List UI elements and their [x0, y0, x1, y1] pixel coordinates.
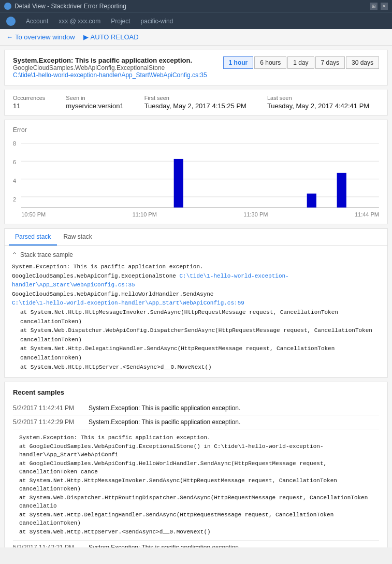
- recent-samples-title: Recent samples: [13, 388, 379, 396]
- back-link[interactable]: ← To overview window: [6, 33, 75, 41]
- list-item: 5/2/2017 11:42:41 PM System.Exception: T…: [13, 401, 379, 415]
- list-item: 5/2/2017 11:42:21 PM System.Exception: T…: [13, 541, 379, 547]
- account-email: xxx @ xxx.com: [59, 18, 100, 25]
- app-icon: [4, 3, 11, 10]
- tab-raw-stack[interactable]: Raw stack: [57, 229, 98, 245]
- trace-indent-2: at System.Web.Dispatcher.WebApiConfig.Di…: [12, 326, 380, 344]
- x-label-1050: 10:50 PM: [21, 211, 46, 218]
- last-seen-value: Tuesday, May 2, 2017 4:42:41 PM: [267, 102, 369, 110]
- stat-last-seen: Last seen Tuesday, May 2, 2017 4:42:41 P…: [267, 95, 369, 110]
- time-buttons: 1 hour 6 hours 1 day 7 days 30 days: [223, 56, 379, 69]
- stack-sample-label: Stack trace sample: [20, 251, 73, 258]
- seen-in-value: myservice:version1: [66, 102, 123, 110]
- trace-indent-1: at System.Net.Http.HttpMessageInvoker.Se…: [12, 308, 380, 326]
- time-btn-7days[interactable]: 7 days: [315, 56, 345, 69]
- sample-time: 5/2/2017 11:42:41 PM: [13, 404, 80, 412]
- chart-title: Error: [13, 126, 379, 134]
- x-label-1144: 11:44 PM: [355, 211, 379, 218]
- expanded-trace: System.Exception: This is pacific applic…: [13, 429, 379, 541]
- tab-parsed-stack[interactable]: Parsed stack: [9, 229, 57, 245]
- x-label-1110: 11:10 PM: [133, 211, 157, 218]
- trace-line-4: C:\tide\1-hello-world-exception-handler\…: [12, 299, 380, 308]
- x-label-1130: 11:30 PM: [243, 211, 268, 218]
- expanded-trace-line: at GoogleCloudSamples.WebApiConfig.Excep…: [19, 442, 373, 459]
- stack-trace: System.Exception: This is pacific applic…: [12, 263, 380, 372]
- time-btn-1hour[interactable]: 1 hour: [223, 56, 254, 69]
- pin-button[interactable]: ⊞: [370, 3, 378, 10]
- stack-tabs: Parsed stack Raw stack: [5, 229, 387, 246]
- nav-bar: ← To overview window ▶ AUTO RELOAD: [0, 29, 392, 46]
- expanded-trace-line: at System.Web.Http.HttpServer.<SendAsync…: [19, 528, 373, 537]
- time-btn-1day[interactable]: 1 day: [287, 56, 314, 69]
- occurrences-label: Occurrences: [13, 95, 45, 101]
- y-label-6: 6: [13, 159, 16, 165]
- trace-line-3: GoogleCloudSamples.WebApiConfig.HelloWor…: [12, 290, 380, 299]
- sample-message: System.Exception: This is pacific applic…: [89, 404, 240, 412]
- project-name: pacific-wind: [141, 18, 173, 25]
- trace-indent-4: at System.Web.Http.HttpServer.<SendAsync…: [12, 363, 380, 372]
- trace-indent-3: at System.Net.Http.DelegatingHandler.Sen…: [12, 344, 380, 363]
- y-axis: 8 6 4 2: [13, 138, 19, 205]
- trace-class: GoogleCloudSamples.WebApiConfig.Exceptio…: [12, 273, 179, 279]
- back-label: To overview window: [15, 33, 75, 41]
- title-bar: Detail View - Stackdriver Error Reportin…: [0, 0, 392, 12]
- account-icon: [6, 17, 16, 26]
- first-seen-label: First seen: [144, 95, 246, 101]
- close-button[interactable]: ✕: [381, 3, 388, 10]
- sample-message: System.Exception: This is pacific applic…: [89, 418, 240, 426]
- expanded-trace-line: at GoogleCloudSamples.WebApiConfig.Hello…: [19, 459, 373, 476]
- time-btn-30days[interactable]: 30 days: [346, 56, 379, 69]
- occurrences-value: 11: [13, 102, 45, 110]
- chart-bar-3: [337, 173, 346, 208]
- auto-reload-button[interactable]: ▶ AUTO RELOAD: [83, 33, 139, 41]
- auto-reload-label: AUTO RELOAD: [91, 33, 139, 41]
- sample-time: 5/2/2017 11:42:29 PM: [13, 418, 80, 426]
- stat-occurrences: Occurrences 11: [13, 95, 45, 110]
- stack-section: Parsed stack Raw stack ⌃ Stack trace sam…: [4, 228, 388, 378]
- window-controls: ⊞ ✕: [370, 3, 388, 10]
- error-class: GoogleCloudSamples.WebApiConfig.Exceptio…: [13, 64, 215, 71]
- trace-line-2: GoogleCloudSamples.WebApiConfig.Exceptio…: [12, 272, 380, 290]
- back-arrow-icon: ←: [6, 33, 13, 41]
- stack-content: ⌃ Stack trace sample System.Exception: T…: [5, 246, 387, 377]
- sample-time: 5/2/2017 11:42:21 PM: [13, 544, 80, 547]
- recent-section: Recent samples 5/2/2017 11:42:41 PM Syst…: [4, 382, 388, 547]
- stack-sample-header: ⌃ Stack trace sample: [12, 251, 380, 258]
- chart-x-labels: 10:50 PM 11:10 PM 11:30 PM 11:44 PM: [21, 211, 379, 218]
- trace-line-1: System.Exception: This is pacific applic…: [12, 263, 380, 272]
- sample-message: System.Exception: This is pacific applic…: [89, 544, 240, 547]
- error-title-block: System.Exception: This is pacific applic…: [13, 56, 215, 79]
- list-item: 5/2/2017 11:42:29 PM System.Exception: T…: [13, 415, 379, 429]
- window-title: Detail View - Stackdriver Error Reportin…: [14, 3, 370, 10]
- chart-bar-1: [174, 159, 183, 208]
- error-header: System.Exception: This is pacific applic…: [4, 50, 388, 85]
- chart-canvas: 10:50 PM 11:10 PM 11:30 PM 11:44 PM: [21, 138, 379, 218]
- account-bar: Account xxx @ xxx.com Project pacific-wi…: [0, 12, 392, 29]
- seen-in-label: Seen in: [66, 95, 123, 101]
- error-file-link[interactable]: C:\tide\1-hello-world-exception-handler\…: [13, 71, 207, 79]
- y-label-2: 2: [13, 196, 16, 203]
- trace-link-2[interactable]: C:\tide\1-hello-world-exception-handler\…: [12, 300, 244, 306]
- y-label-8: 8: [13, 140, 16, 147]
- first-seen-value: Tuesday, May 2, 2017 4:15:25 PM: [144, 102, 246, 110]
- main-content: ← To overview window ▶ AUTO RELOAD Syste…: [0, 29, 392, 547]
- stack-chevron-icon: ⌃: [12, 251, 17, 258]
- chart-svg: [21, 138, 379, 210]
- error-title: System.Exception: This is pacific applic…: [13, 56, 215, 64]
- expanded-trace-line: at System.Web.Dispatcher.HttpRoutingDisp…: [19, 494, 373, 511]
- expanded-trace-line: at System.Net.Http.DelegatingHandler.Sen…: [19, 511, 373, 528]
- stat-seen-in: Seen in myservice:version1: [66, 95, 123, 110]
- play-icon: ▶: [83, 33, 89, 41]
- expanded-trace-line: at System.Net.Http.HttpMessageInvoker.Se…: [19, 476, 373, 494]
- y-label-4: 4: [13, 178, 16, 184]
- chart-section: Error 8 6 4 2: [4, 120, 388, 224]
- account-label: Account: [26, 18, 48, 25]
- expanded-trace-line: System.Exception: This is pacific applic…: [19, 433, 373, 442]
- chart-bar-2: [307, 194, 316, 208]
- project-label: Project: [111, 18, 130, 25]
- time-btn-6hours[interactable]: 6 hours: [254, 56, 286, 69]
- last-seen-label: Last seen: [267, 95, 369, 101]
- stats-bar: Occurrences 11 Seen in myservice:version…: [4, 90, 388, 115]
- stat-first-seen: First seen Tuesday, May 2, 2017 4:15:25 …: [144, 95, 246, 110]
